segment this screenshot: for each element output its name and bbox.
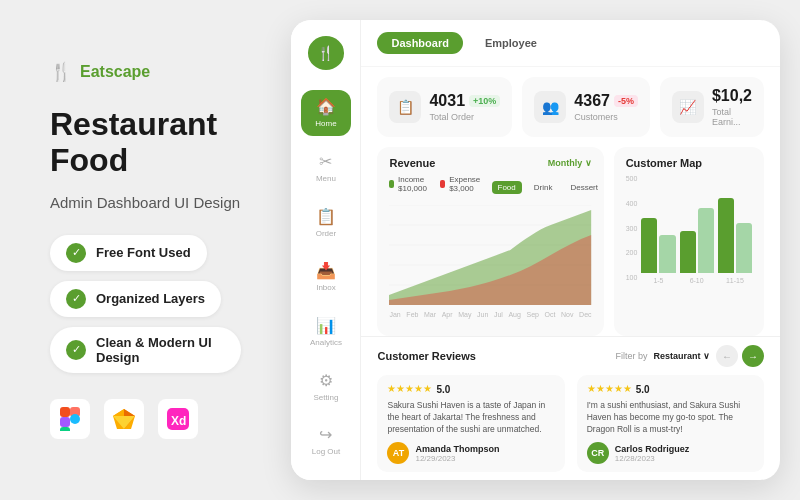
map-x-labels: 1-5 6-10 11-15 — [641, 277, 752, 284]
map-bar-1-light — [659, 235, 675, 273]
feature-check-icon-3: ✓ — [66, 340, 86, 360]
customers-change: -5% — [614, 95, 638, 107]
revenue-chart-title: Revenue — [389, 157, 435, 169]
review-1-rating-row: ★★★★★ 5.0 — [387, 383, 554, 396]
review-card-2: ★★★★★ 5.0 I'm a sushi enthusiast, and Sa… — [577, 375, 764, 472]
xd-icon: Xd — [158, 399, 198, 439]
feature-check-icon-2: ✓ — [66, 289, 86, 309]
svg-point-2 — [70, 414, 80, 424]
food-tab-food[interactable]: Food — [492, 181, 522, 194]
revenue-chart: Revenue Monthly ∨ Income $10,000 — [377, 147, 603, 336]
reviewer-2-info: Carlos Rodriguez 12/28/2023 — [615, 444, 690, 463]
map-bar-2-green — [680, 231, 696, 273]
map-bar-3-light — [736, 223, 752, 273]
feature-item-free-font: ✓ Free Font Used — [50, 235, 207, 271]
legend-expense: Expense $3,000 — [440, 175, 483, 193]
inbox-label: Inbox — [316, 283, 336, 292]
order-icon: 📋 — [316, 207, 336, 226]
review-nav-arrows: ← → — [716, 345, 764, 367]
review-1-stars: ★★★★★ — [387, 383, 432, 394]
dash-sidebar: 🍴 🏠 Home ✂ Menu 📋 Order 📥 Inbox — [291, 20, 361, 480]
reviewer-1-date: 12/29/2023 — [415, 454, 499, 463]
customer-map-header: Customer Map — [626, 157, 752, 169]
dash-topnav: Dashboard Employee — [361, 20, 780, 67]
food-tabs: Food Drink Dessert Snack — [492, 181, 604, 194]
sidebar-item-home[interactable]: 🏠 Home — [301, 90, 351, 137]
total-order-change: +10% — [469, 95, 500, 107]
sidebar-item-order[interactable]: 📋 Order — [301, 199, 351, 246]
reviewer-1-name: Amanda Thompson — [415, 444, 499, 454]
map-bars — [641, 183, 752, 273]
revenue-period-selector[interactable]: Monthly ∨ — [548, 158, 592, 168]
customers-label: Customers — [574, 112, 638, 122]
reviewer-1-info: Amanda Thompson 12/29/2023 — [415, 444, 499, 463]
charts-row: Revenue Monthly ∨ Income $10,000 — [361, 147, 780, 336]
features-list: ✓ Free Font Used ✓ Organized Layers ✓ Cl… — [50, 235, 241, 373]
sketch-icon — [104, 399, 144, 439]
income-dot — [389, 180, 394, 188]
menu-label: Menu — [316, 174, 336, 183]
feature-check-icon: ✓ — [66, 243, 86, 263]
review-prev-button[interactable]: ← — [716, 345, 738, 367]
review-2-rating: 5.0 — [636, 384, 650, 395]
feature-label-clean-ui: Clean & Modern UI Design — [96, 335, 225, 365]
analytics-icon: 📊 — [316, 316, 336, 335]
review-1-rating: 5.0 — [436, 384, 450, 395]
filter-area: Filter by Restaurant ∨ ← → — [615, 345, 764, 367]
sidebar-item-analytics[interactable]: 📊 Analytics — [301, 308, 351, 355]
svg-text:Xd: Xd — [171, 414, 186, 428]
stat-card-total-order: 📋 4031 +10% Total Order — [377, 77, 512, 137]
map-bars-area: 1-5 6-10 11-15 — [641, 175, 752, 285]
svg-rect-3 — [60, 417, 70, 427]
legend-income: Income $10,000 — [389, 175, 430, 193]
chart-legend: Income $10,000 Expense $3,000 — [389, 175, 483, 193]
reviewer-1: AT Amanda Thompson 12/29/2023 — [387, 442, 554, 464]
map-bar-group-2 — [680, 208, 714, 273]
tab-dashboard[interactable]: Dashboard — [377, 32, 462, 54]
map-bar-3-green — [718, 198, 734, 273]
figma-icon — [50, 399, 90, 439]
food-tab-drink[interactable]: Drink — [528, 181, 559, 194]
stat-card-customers: 👥 4367 -5% Customers — [522, 77, 650, 137]
food-tab-dessert[interactable]: Dessert — [564, 181, 603, 194]
earning-value: $10,2 — [712, 87, 752, 105]
logout-button[interactable]: ↪ Log Out — [301, 417, 351, 464]
reviews-section: Customer Reviews Filter by Restaurant ∨ … — [361, 336, 780, 480]
feature-label-free-font: Free Font Used — [96, 245, 191, 260]
filter-label: Filter by — [615, 351, 647, 361]
total-order-info: 4031 +10% Total Order — [429, 92, 500, 122]
sidebar-item-inbox[interactable]: 📥 Inbox — [301, 253, 351, 300]
logout-icon: ↪ — [319, 425, 332, 444]
map-bar-2-light — [698, 208, 714, 273]
reviews-grid: ★★★★★ 5.0 Sakura Sushi Haven is a taste … — [377, 375, 764, 472]
stats-row: 📋 4031 +10% Total Order 👥 — [361, 67, 780, 147]
map-bar-group-1 — [641, 218, 675, 273]
product-title: Restaurant Food — [50, 107, 241, 177]
review-2-text: I'm a sushi enthusiast, and Sakura Sushi… — [587, 400, 754, 436]
product-subtitle: Admin Dashboard UI Design — [50, 194, 241, 211]
reviewer-2: CR Carlos Rodriguez 12/28/2023 — [587, 442, 754, 464]
revenue-area-chart — [389, 205, 591, 305]
review-1-text: Sakura Sushi Haven is a taste of Japan i… — [387, 400, 554, 436]
dash-logo: 🍴 — [308, 36, 344, 70]
sidebar-item-setting[interactable]: ⚙ Setting — [301, 363, 351, 410]
reviewer-2-date: 12/28/2023 — [615, 454, 690, 463]
chart-x-labels: JanFebMarAprMay JunJulAugSepOct NovDec — [389, 311, 591, 318]
right-panel: 🍴 🏠 Home ✂ Menu 📋 Order 📥 Inbox — [291, 0, 800, 500]
filter-value[interactable]: Restaurant ∨ — [653, 351, 710, 361]
customer-map-area: 500 400 300 200 100 — [626, 175, 752, 285]
sidebar-item-menu[interactable]: ✂ Menu — [301, 144, 351, 191]
tab-employee[interactable]: Employee — [471, 32, 551, 54]
map-bar-group-3 — [718, 198, 752, 273]
home-label: Home — [315, 119, 336, 128]
reviewer-2-name: Carlos Rodriguez — [615, 444, 690, 454]
home-icon: 🏠 — [316, 97, 336, 116]
setting-label: Setting — [314, 393, 339, 402]
map-bar-1-green — [641, 218, 657, 273]
menu-icon: ✂ — [319, 152, 332, 171]
tool-icons: Xd — [50, 399, 241, 439]
review-next-button[interactable]: → — [742, 345, 764, 367]
inbox-icon: 📥 — [316, 261, 336, 280]
expense-dot — [440, 180, 445, 188]
svg-rect-4 — [60, 427, 70, 431]
